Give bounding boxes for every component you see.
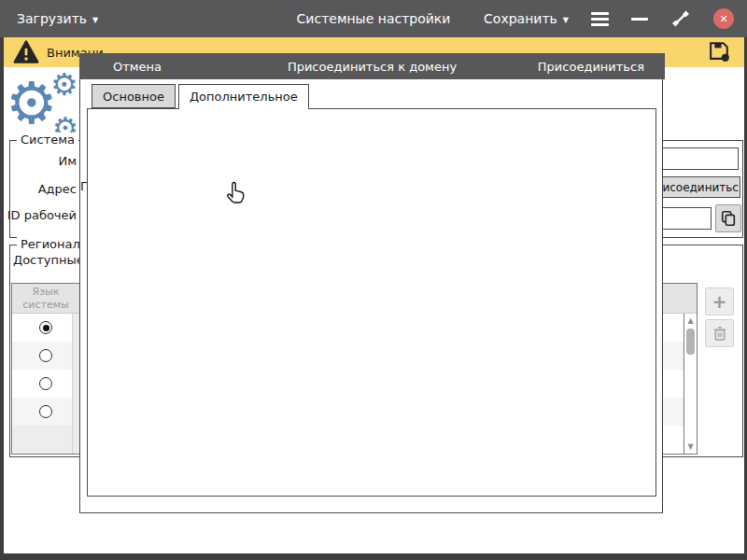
floppy-save-icon <box>708 39 731 63</box>
toolbar: Загрузить ▼ Системные настройки Сохранит… <box>0 0 747 37</box>
tab-additional[interactable]: Дополнительное <box>178 84 309 109</box>
gear-small-top-icon: ⚙ <box>50 69 78 100</box>
hostname-label-fragment: Им <box>9 154 77 168</box>
load-menu-button[interactable]: Загрузить ▼ <box>17 11 98 26</box>
warning-triangle-icon <box>13 40 39 64</box>
scroll-up-icon[interactable]: ▲ <box>687 316 693 325</box>
save-menu-label: Сохранить <box>484 11 557 26</box>
load-menu-label: Загрузить <box>17 11 87 26</box>
save-menu-button[interactable]: Сохранить ▼ <box>484 11 569 26</box>
right-table-scrollbar[interactable]: ▲ ▼ <box>684 314 697 454</box>
cancel-button[interactable]: Отмена <box>113 60 162 74</box>
copy-icon <box>720 210 737 227</box>
languages-table: Язык системы <box>11 283 80 455</box>
language-radio[interactable] <box>39 349 52 362</box>
language-radio[interactable] <box>39 405 52 418</box>
system-groupbox-label: Система <box>17 133 78 147</box>
menu-hamburger-icon[interactable] <box>591 9 609 29</box>
language-radio[interactable] <box>39 377 52 390</box>
close-icon: ✕ <box>719 13 727 25</box>
delete-language-button[interactable] <box>705 319 734 347</box>
address-label-fragment: Адрес <box>9 182 77 196</box>
language-row[interactable] <box>12 370 79 398</box>
trash-icon <box>712 326 727 342</box>
resize-button[interactable] <box>670 8 691 29</box>
window-border-left <box>0 37 4 560</box>
language-radio-selected[interactable] <box>39 321 52 334</box>
app-window: Загрузить ▼ Системные настройки Сохранит… <box>0 0 747 560</box>
join-button[interactable]: Присоединиться <box>538 60 644 74</box>
dialog-tabs: Основное Дополнительное <box>92 84 312 109</box>
join-domain-button[interactable]: рисоединиться <box>660 176 740 198</box>
copy-button[interactable] <box>715 204 741 232</box>
language-row[interactable] <box>12 314 79 342</box>
scrollbar-thumb[interactable] <box>686 329 695 355</box>
plus-icon: + <box>712 291 727 312</box>
language-row[interactable] <box>12 342 79 370</box>
window-border-bottom <box>0 553 747 560</box>
scroll-down-icon[interactable]: ▼ <box>687 442 693 451</box>
chevron-down-icon: ▼ <box>563 16 569 24</box>
add-language-button[interactable]: + <box>705 287 734 315</box>
tab-basic[interactable]: Основное <box>92 84 176 108</box>
hand-cursor <box>224 180 248 204</box>
join-domain-button-label: рисоединиться <box>660 181 740 194</box>
language-row[interactable] <box>12 398 79 426</box>
languages-table-scrollbar[interactable] <box>72 314 79 454</box>
tab-panel <box>87 108 656 497</box>
save-file-button[interactable] <box>708 39 731 65</box>
join-domain-dialog: Отмена Присоединиться к домену Присоедин… <box>79 53 663 513</box>
resize-arrows-icon <box>670 8 691 29</box>
table-filler-row <box>12 426 79 455</box>
dialog-header: Отмена Присоединиться к домену Присоедин… <box>79 53 665 79</box>
close-button[interactable]: ✕ <box>713 8 734 29</box>
workgroup-id-label-fragment: ID рабочей <box>4 208 77 222</box>
languages-table-header: Язык системы <box>12 284 79 314</box>
minimize-button[interactable] <box>631 18 648 21</box>
chevron-down-icon: ▼ <box>92 16 98 24</box>
